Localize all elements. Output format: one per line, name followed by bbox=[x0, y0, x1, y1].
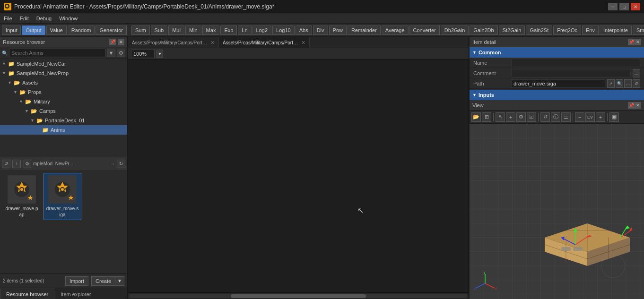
tree-label: Props bbox=[28, 89, 42, 95]
tree-item-assets[interactable]: ▼ 📂 Assets bbox=[0, 78, 127, 87]
ev-btn[interactable]: EV bbox=[585, 112, 595, 122]
path-reset-btn[interactable]: ↺ bbox=[633, 79, 640, 88]
tree-item-samplemod-newprop[interactable]: ▼ 📁 SampleMod_NewProp bbox=[0, 68, 127, 78]
toolbar-converter[interactable]: Converter bbox=[409, 26, 440, 35]
resource-browser-pin-btn[interactable]: 📌 bbox=[109, 39, 116, 45]
minimize-button[interactable]: ─ bbox=[608, 3, 618, 10]
zoom-dropdown-btn[interactable]: ▼ bbox=[157, 50, 163, 58]
puzzle-btn[interactable]: ⚙ bbox=[516, 112, 526, 122]
comment-more-btn[interactable]: … bbox=[633, 69, 640, 77]
editor-tab-1[interactable]: Assets/Props/Military/Camps/PortableDesk… bbox=[128, 37, 219, 48]
item-detail-pin-btn[interactable]: 📌 bbox=[628, 39, 635, 45]
toolbar-smoother[interactable]: Smoother bbox=[633, 26, 644, 35]
toolbar-log2[interactable]: Log2 bbox=[252, 26, 271, 35]
import-button[interactable]: Import bbox=[65, 276, 88, 286]
toolbar-db2gain[interactable]: Db2Gain bbox=[441, 26, 469, 35]
grid-view-btn[interactable]: ⊞ bbox=[482, 112, 491, 122]
tab-close-btn[interactable]: ✕ bbox=[210, 40, 215, 46]
tab-item-explorer[interactable]: Item explorer bbox=[54, 289, 97, 299]
toolbar-interpolate[interactable]: Interpolate bbox=[600, 26, 632, 35]
resource-browser-close-btn[interactable]: ✕ bbox=[118, 39, 124, 45]
view-close-btn[interactable]: ✕ bbox=[635, 102, 641, 109]
viewport[interactable]: x y z bbox=[470, 124, 644, 299]
rotate-ccw-btn[interactable]: ↺ bbox=[540, 112, 550, 122]
toolbar-generator[interactable]: Generator bbox=[96, 26, 127, 35]
maximize-button[interactable]: □ bbox=[619, 3, 629, 10]
editor-tab-2[interactable]: Assets/Props/Military/Camps/PortableDesk… bbox=[219, 37, 310, 48]
file-item-drawer-move-pap[interactable]: drawer_move.pap bbox=[3, 173, 41, 220]
tree-item-anims[interactable]: 📁 Anims bbox=[0, 125, 127, 135]
menu-file[interactable]: File bbox=[0, 15, 16, 22]
toolbar-env[interactable]: Env bbox=[582, 26, 599, 35]
toolbar-mul[interactable]: Mul bbox=[168, 26, 184, 35]
inputs-section-header[interactable]: ▼ Inputs bbox=[470, 90, 644, 100]
plus-btn[interactable]: + bbox=[596, 112, 605, 122]
nav-up-btn[interactable]: ↑ bbox=[12, 160, 21, 168]
toolbar-random[interactable]: Random bbox=[68, 26, 95, 35]
menu-edit[interactable]: Edit bbox=[16, 15, 33, 22]
toolbar-freq2oc[interactable]: Freq2Oc bbox=[553, 26, 581, 35]
add-btn[interactable]: + bbox=[506, 112, 515, 122]
toolbar-sum[interactable]: Sum bbox=[131, 26, 150, 35]
toolbar-st2gain[interactable]: St2Gain bbox=[499, 26, 525, 35]
create-dropdown-btn[interactable]: ▼ bbox=[115, 276, 124, 286]
reload-btn[interactable]: ↻ bbox=[117, 160, 125, 168]
toolbar-gain2db[interactable]: Gain2Db bbox=[470, 26, 497, 35]
tree-item-samplemod-newcar[interactable]: ▼ 📁 SampleMod_NewCar bbox=[0, 59, 127, 68]
property-comment-value[interactable] bbox=[511, 69, 631, 77]
file-thumb bbox=[48, 175, 77, 204]
toolbar-log10[interactable]: Log10 bbox=[272, 26, 295, 35]
menu-window[interactable]: Window bbox=[55, 15, 81, 22]
tree-item-military[interactable]: ▼ 📂 Military bbox=[0, 97, 127, 106]
cursor-btn[interactable]: ↖ bbox=[496, 112, 505, 122]
editor-scrollbar[interactable] bbox=[128, 292, 469, 299]
toolbar-min[interactable]: Min bbox=[185, 26, 201, 35]
toolbar-remainder[interactable]: Remainder bbox=[348, 26, 381, 35]
close-button[interactable]: ✕ bbox=[631, 3, 640, 10]
extra-btn[interactable]: ▣ bbox=[609, 112, 619, 122]
file-item-drawer-move-siga[interactable]: drawer_move.siga bbox=[44, 173, 81, 220]
item-detail-close-btn[interactable]: ✕ bbox=[635, 39, 641, 45]
toolbar-average[interactable]: Average bbox=[382, 26, 409, 35]
info-btn[interactable]: ⓘ bbox=[551, 112, 560, 122]
search-input[interactable] bbox=[9, 49, 105, 57]
file-thumb bbox=[8, 175, 36, 204]
open-folder-btn[interactable]: 📂 bbox=[471, 112, 481, 122]
filter-button[interactable]: ▼ bbox=[107, 49, 115, 57]
view-pin-btn[interactable]: 📌 bbox=[628, 102, 635, 109]
editor-canvas[interactable]: ↖ bbox=[128, 60, 469, 292]
tree-item-portabledesk[interactable]: ▼ 📂 PortableDesk_01 bbox=[0, 116, 127, 125]
minus-btn[interactable]: − bbox=[575, 112, 584, 122]
scrollbar-thumb[interactable] bbox=[231, 294, 366, 298]
list-btn[interactable]: ☰ bbox=[561, 112, 571, 122]
scrollbar-track[interactable] bbox=[129, 294, 468, 298]
nav-back-btn[interactable]: ↺ bbox=[2, 160, 10, 168]
toolbar-exp[interactable]: Exp bbox=[220, 26, 237, 35]
settings-button[interactable]: ⚙ bbox=[117, 49, 125, 57]
toolbar-max[interactable]: Max bbox=[202, 26, 220, 35]
toolbar-gain2st[interactable]: Gain2St bbox=[526, 26, 552, 35]
toolbar-ln[interactable]: Ln bbox=[238, 26, 251, 35]
toolbar-abs[interactable]: Abs bbox=[296, 26, 312, 35]
tree-item-camps[interactable]: ▼ 📂 Camps bbox=[0, 106, 127, 116]
path-copy-btn[interactable]: … bbox=[624, 79, 632, 88]
path-open-btn[interactable]: ↗ bbox=[607, 79, 615, 88]
path-search-btn[interactable]: 🔍 bbox=[616, 79, 623, 88]
toolbar-input[interactable]: Input bbox=[2, 26, 21, 35]
svg-point-1 bbox=[6, 5, 9, 8]
toolbar-value[interactable]: Value bbox=[46, 26, 67, 35]
menu-debug[interactable]: Debug bbox=[33, 15, 55, 22]
tab-close-btn-2[interactable]: ✕ bbox=[301, 40, 305, 46]
create-button[interactable]: Create bbox=[91, 276, 115, 286]
toolbar-sub[interactable]: Sub bbox=[151, 26, 168, 35]
toolbar-pow[interactable]: Pow bbox=[329, 26, 347, 35]
property-name-value[interactable] bbox=[511, 59, 640, 67]
tab-resource-browser[interactable]: Resource browser bbox=[0, 289, 54, 299]
checkbox-btn[interactable]: ☑ bbox=[527, 112, 536, 122]
toolbar-output[interactable]: Output bbox=[22, 26, 45, 35]
property-path-value[interactable]: drawer_move.siga bbox=[511, 79, 605, 88]
tree-item-props[interactable]: ▼ 📂 Props bbox=[0, 87, 127, 97]
common-section-header[interactable]: ▼ Common bbox=[470, 47, 644, 58]
settings-btn[interactable]: ⚙ bbox=[23, 160, 31, 168]
toolbar-div[interactable]: Div bbox=[313, 26, 328, 35]
